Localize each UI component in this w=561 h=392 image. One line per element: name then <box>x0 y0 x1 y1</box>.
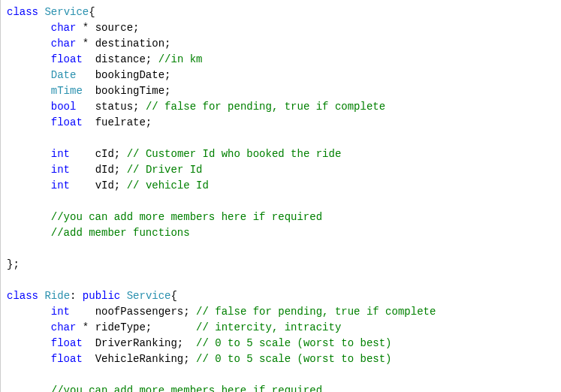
type-keyword: int <box>51 148 70 160</box>
semicolon: ; <box>177 337 196 349</box>
type-keyword: mTime <box>51 85 83 97</box>
indent <box>7 148 51 160</box>
semicolon: ; <box>133 22 139 34</box>
identifier: bookingDate <box>95 69 164 81</box>
keyword-class: class <box>7 290 38 302</box>
code-line: float VehicleRanking; // 0 to 5 scale (w… <box>7 351 555 367</box>
indent <box>7 164 51 176</box>
type-keyword: int <box>51 179 70 191</box>
code-line: class Ride: public Service{ <box>7 288 555 304</box>
semicolon: ; <box>146 116 152 128</box>
identifier: bookingTime <box>95 85 164 97</box>
type-keyword: char <box>51 22 77 34</box>
pointer-or-space: * <box>76 38 95 50</box>
code-line: //add member functions <box>7 225 555 241</box>
code-line: class Service{ <box>7 5 555 20</box>
identifier: VehicleRanking <box>95 353 184 365</box>
code-line: float distance; //in km <box>7 52 555 68</box>
pointer-or-space <box>83 337 95 349</box>
semicolon: ; <box>114 179 127 191</box>
type-keyword: int <box>51 306 70 318</box>
indent <box>7 211 51 223</box>
indent <box>7 306 51 318</box>
pointer-or-space <box>83 85 95 97</box>
indent <box>7 22 51 34</box>
semicolon: ; <box>114 164 127 176</box>
type-keyword: float <box>51 353 83 365</box>
type-keyword: char <box>51 321 77 333</box>
pointer-or-space <box>76 101 95 113</box>
semicolon: ; <box>146 321 196 333</box>
code-line: int cId; // Customer Id who booked the r… <box>7 146 555 162</box>
type-keyword: int <box>51 164 70 176</box>
semicolon: ; <box>164 38 170 50</box>
semicolon: ; <box>114 148 127 160</box>
identifier: noofPassengers <box>95 306 184 318</box>
identifier: fuelrate <box>95 116 146 128</box>
class-name: Ride <box>44 290 70 302</box>
semicolon: ; <box>164 69 170 81</box>
identifier: status <box>95 101 133 113</box>
semicolon: ; <box>183 353 196 365</box>
space <box>120 290 126 302</box>
pointer-or-space <box>70 179 95 191</box>
comment: // 0 to 5 scale (worst to best) <box>196 353 391 365</box>
identifier: cId <box>95 148 114 160</box>
pointer-or-space <box>76 69 95 81</box>
indent <box>7 179 51 191</box>
pointer-or-space <box>70 306 95 318</box>
indent <box>7 85 51 97</box>
code-line: //you can add more members here if requi… <box>7 210 555 225</box>
pointer-or-space <box>83 116 95 128</box>
semicolon: ; <box>146 53 158 65</box>
code-block: class Service{ char * source; char * des… <box>0 0 561 392</box>
comment: // false for pending, true if complete <box>196 306 436 318</box>
indent <box>7 101 51 113</box>
type-keyword: float <box>51 337 83 349</box>
type-keyword: float <box>51 53 83 65</box>
code-line: Date bookingDate; <box>7 68 555 83</box>
blank-line <box>7 241 555 257</box>
brace-close: }; <box>7 258 20 270</box>
code-line: float DriverRanking; // 0 to 5 scale (wo… <box>7 336 555 351</box>
identifier: vId <box>95 179 114 191</box>
brace-open: { <box>89 6 95 18</box>
comment: // intercity, intracity <box>196 321 341 333</box>
type-keyword: bool <box>51 101 77 113</box>
comment: // Driver Id <box>127 164 203 176</box>
code-line: char * destination; <box>7 36 555 52</box>
base-class-name: Service <box>127 290 171 302</box>
indent <box>7 384 51 392</box>
code-line: int noofPassengers; // false for pending… <box>7 304 555 320</box>
indent <box>7 227 51 239</box>
brace-open: { <box>170 290 176 302</box>
comment: //you can add more members here if requi… <box>51 384 322 392</box>
keyword-class: class <box>7 6 38 18</box>
comment: //in km <box>158 53 203 65</box>
indent <box>7 337 51 349</box>
code-line: int dId; // Driver Id <box>7 162 555 178</box>
indent <box>7 69 51 81</box>
code-line: bool status; // false for pending, true … <box>7 99 555 115</box>
indent <box>7 353 51 365</box>
keyword-access: public <box>83 290 120 302</box>
comment: // vehicle Id <box>127 179 209 191</box>
identifier: DriverRanking <box>95 337 177 349</box>
indent <box>7 116 51 128</box>
code-line: char * source; <box>7 20 555 36</box>
type-keyword: char <box>51 38 77 50</box>
pointer-or-space <box>70 148 95 160</box>
blank-line <box>7 273 555 288</box>
blank-line <box>7 131 555 146</box>
code-line: int vId; // vehicle Id <box>7 178 555 194</box>
type-keyword: float <box>51 116 83 128</box>
comment: // 0 to 5 scale (worst to best) <box>196 337 391 349</box>
code-line: mTime bookingTime; <box>7 83 555 99</box>
identifier: dId <box>95 164 114 176</box>
pointer-or-space <box>83 53 95 65</box>
semicolon: ; <box>164 85 170 97</box>
code-line: }; <box>7 257 555 273</box>
indent <box>7 321 51 333</box>
pointer-or-space: * <box>76 22 95 34</box>
comment: //you can add more members here if requi… <box>51 211 322 223</box>
